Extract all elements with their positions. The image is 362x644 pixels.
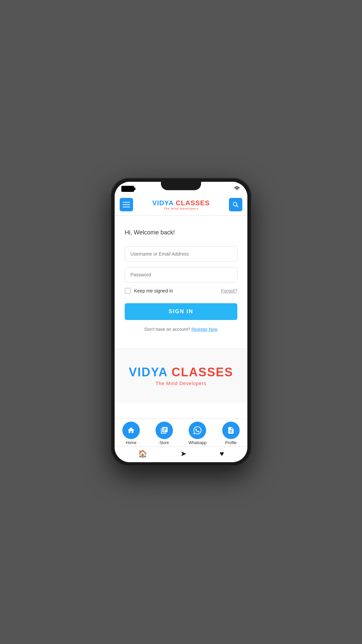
nav-item-home[interactable]: Home (122, 422, 140, 445)
sign-in-button[interactable]: SIGN IN (125, 303, 237, 320)
home-nav-icon (122, 422, 140, 439)
username-input[interactable] (125, 246, 237, 262)
nav-item-store[interactable]: Store (156, 422, 173, 445)
no-account-text: Don't have an account? (144, 327, 190, 332)
register-link[interactable]: Register Now (191, 327, 218, 332)
large-logo-classes: CLASSES (172, 365, 233, 379)
keep-signed-label: Keep me signed in (134, 288, 173, 293)
home-nav-label: Home (126, 440, 136, 445)
logo-section: VIDYA CLASSES The Mind Developers (115, 349, 247, 402)
bottom-nav: Home Store Whats (115, 419, 247, 446)
nav-item-profile[interactable]: Profile (222, 422, 240, 445)
logo-vidya: VIDYA (152, 199, 174, 207)
search-button[interactable] (229, 198, 242, 211)
logo-tagline: The Mind Developers (164, 207, 199, 210)
system-heart-icon[interactable]: ♥ (220, 449, 224, 458)
bottom-nav-items: Home Store Whats (115, 422, 247, 445)
register-text: Don't have an account? Register Now (125, 327, 237, 332)
menu-button[interactable] (120, 198, 133, 211)
system-bar: 🏠 ➤ ♥ (115, 446, 247, 462)
battery-icon (121, 186, 134, 192)
keep-signed-container: Keep me signed in (125, 288, 173, 294)
profile-nav-icon (222, 422, 240, 439)
form-options: Keep me signed in Forgot? (125, 288, 237, 294)
large-logo: VIDYA CLASSES (129, 365, 233, 379)
top-nav: VIDYA CLASSES The Mind Developers (115, 194, 247, 216)
whatsapp-nav-label: Whatsapp (188, 440, 206, 445)
large-logo-vidya: VIDYA (129, 365, 167, 379)
main-content: Hi, Welcome back! Keep me signed in Forg… (115, 216, 247, 419)
logo-classes: CLASSES (176, 199, 209, 207)
password-input[interactable] (125, 267, 237, 282)
large-logo-tagline: The Mind Developers (156, 381, 206, 386)
whatsapp-nav-icon (189, 422, 206, 439)
store-nav-label: Store (159, 440, 169, 445)
nav-item-whatsapp[interactable]: Whatsapp (188, 422, 206, 445)
system-home-icon[interactable]: 🏠 (138, 449, 147, 458)
svg-line-1 (236, 206, 238, 207)
profile-nav-label: Profile (225, 440, 237, 445)
store-nav-icon (156, 422, 173, 439)
forgot-link[interactable]: Forgot? (221, 288, 237, 293)
system-nav-icon[interactable]: ➤ (180, 449, 186, 458)
keep-signed-checkbox[interactable] (125, 288, 131, 294)
login-section: Hi, Welcome back! Keep me signed in Forg… (115, 216, 247, 349)
wifi-icon (233, 185, 241, 192)
welcome-text: Hi, Welcome back! (125, 229, 237, 236)
app-logo: VIDYA CLASSES The Mind Developers (152, 199, 210, 210)
